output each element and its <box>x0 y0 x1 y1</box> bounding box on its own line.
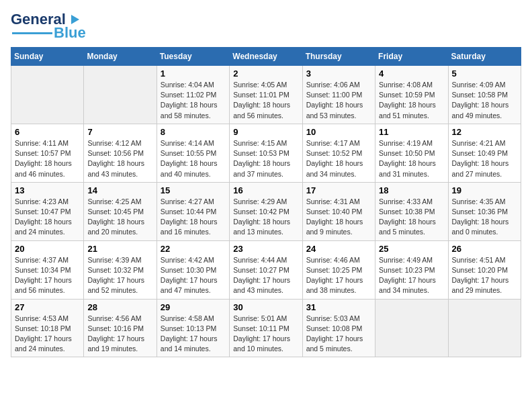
calendar-cell: 6Sunrise: 4:11 AM Sunset: 10:57 PM Dayli… <box>11 124 84 182</box>
calendar-cell: 1Sunrise: 4:04 AM Sunset: 11:02 PM Dayli… <box>157 66 229 124</box>
calendar-cell: 10Sunrise: 4:17 AM Sunset: 10:52 PM Dayl… <box>302 124 375 182</box>
day-number: 4 <box>379 68 444 79</box>
page-header: General Blue <box>11 11 521 42</box>
calendar-cell: 13Sunrise: 4:23 AM Sunset: 10:47 PM Dayl… <box>11 182 84 240</box>
day-info: Sunrise: 4:44 AM Sunset: 10:27 PM Daylig… <box>233 255 298 296</box>
calendar-cell <box>84 66 157 124</box>
day-number: 8 <box>161 127 226 137</box>
day-info: Sunrise: 4:06 AM Sunset: 11:00 PM Daylig… <box>306 80 371 121</box>
day-info: Sunrise: 4:27 AM Sunset: 10:44 PM Daylig… <box>161 197 226 238</box>
calendar-cell: 17Sunrise: 4:31 AM Sunset: 10:40 PM Dayl… <box>302 182 375 240</box>
day-info: Sunrise: 4:56 AM Sunset: 10:16 PM Daylig… <box>87 314 152 355</box>
day-number: 24 <box>306 244 371 254</box>
day-info: Sunrise: 4:15 AM Sunset: 10:53 PM Daylig… <box>233 138 298 179</box>
day-number: 11 <box>379 127 444 137</box>
calendar-cell: 30Sunrise: 5:01 AM Sunset: 10:11 PM Dayl… <box>230 299 302 357</box>
day-info: Sunrise: 4:14 AM Sunset: 10:55 PM Daylig… <box>161 138 226 179</box>
day-info: Sunrise: 4:42 AM Sunset: 10:30 PM Daylig… <box>161 255 226 296</box>
calendar-cell: 5Sunrise: 4:09 AM Sunset: 10:58 PM Dayli… <box>448 66 521 124</box>
calendar-cell: 8Sunrise: 4:14 AM Sunset: 10:55 PM Dayli… <box>157 124 229 182</box>
logo-blue: Blue <box>54 24 86 42</box>
day-number: 19 <box>452 185 517 195</box>
day-info: Sunrise: 4:46 AM Sunset: 10:25 PM Daylig… <box>306 255 371 296</box>
day-number: 22 <box>161 244 226 254</box>
calendar-cell: 12Sunrise: 4:21 AM Sunset: 10:49 PM Dayl… <box>448 124 521 182</box>
calendar-cell <box>375 299 448 357</box>
day-info: Sunrise: 5:03 AM Sunset: 10:08 PM Daylig… <box>306 314 371 355</box>
calendar-cell: 26Sunrise: 4:51 AM Sunset: 10:20 PM Dayl… <box>448 240 521 299</box>
day-info: Sunrise: 4:21 AM Sunset: 10:49 PM Daylig… <box>452 138 517 179</box>
weekday-header: Tuesday <box>157 48 229 66</box>
day-info: Sunrise: 4:25 AM Sunset: 10:45 PM Daylig… <box>87 197 152 238</box>
day-number: 6 <box>15 127 80 137</box>
day-info: Sunrise: 4:39 AM Sunset: 10:32 PM Daylig… <box>87 255 152 296</box>
calendar-cell: 15Sunrise: 4:27 AM Sunset: 10:44 PM Dayl… <box>157 182 229 240</box>
day-number: 28 <box>87 302 152 312</box>
day-info: Sunrise: 4:33 AM Sunset: 10:38 PM Daylig… <box>379 197 444 238</box>
calendar-table: SundayMondayTuesdayWednesdayThursdayFrid… <box>11 47 521 357</box>
weekday-header: Sunday <box>11 48 84 66</box>
calendar-cell: 23Sunrise: 4:44 AM Sunset: 10:27 PM Dayl… <box>230 240 302 299</box>
day-info: Sunrise: 4:12 AM Sunset: 10:56 PM Daylig… <box>87 138 152 179</box>
logo: General Blue <box>11 11 86 42</box>
calendar-cell: 27Sunrise: 4:53 AM Sunset: 10:18 PM Dayl… <box>11 299 84 357</box>
day-number: 12 <box>452 127 517 137</box>
weekday-header: Wednesday <box>230 48 302 66</box>
day-number: 9 <box>233 127 298 137</box>
weekday-header: Monday <box>84 48 157 66</box>
day-number: 21 <box>87 244 152 254</box>
day-info: Sunrise: 4:49 AM Sunset: 10:23 PM Daylig… <box>379 255 444 296</box>
day-info: Sunrise: 4:29 AM Sunset: 10:42 PM Daylig… <box>233 197 298 238</box>
calendar-cell: 3Sunrise: 4:06 AM Sunset: 11:00 PM Dayli… <box>302 66 375 124</box>
day-number: 15 <box>161 185 226 195</box>
calendar-cell: 31Sunrise: 5:03 AM Sunset: 10:08 PM Dayl… <box>302 299 375 357</box>
day-info: Sunrise: 4:05 AM Sunset: 11:01 PM Daylig… <box>233 80 298 121</box>
day-number: 5 <box>452 68 517 79</box>
calendar-cell: 25Sunrise: 4:49 AM Sunset: 10:23 PM Dayl… <box>375 240 448 299</box>
day-number: 16 <box>233 185 298 195</box>
day-info: Sunrise: 4:17 AM Sunset: 10:52 PM Daylig… <box>306 138 371 179</box>
day-number: 17 <box>306 185 371 195</box>
calendar-cell: 9Sunrise: 4:15 AM Sunset: 10:53 PM Dayli… <box>230 124 302 182</box>
day-info: Sunrise: 4:19 AM Sunset: 10:50 PM Daylig… <box>379 138 444 179</box>
day-number: 29 <box>161 302 226 312</box>
calendar-cell: 20Sunrise: 4:37 AM Sunset: 10:34 PM Dayl… <box>11 240 84 299</box>
day-info: Sunrise: 4:04 AM Sunset: 11:02 PM Daylig… <box>161 80 226 121</box>
day-info: Sunrise: 4:09 AM Sunset: 10:58 PM Daylig… <box>452 80 517 121</box>
day-info: Sunrise: 4:37 AM Sunset: 10:34 PM Daylig… <box>15 255 80 296</box>
day-info: Sunrise: 4:53 AM Sunset: 10:18 PM Daylig… <box>15 314 80 355</box>
calendar-cell: 16Sunrise: 4:29 AM Sunset: 10:42 PM Dayl… <box>230 182 302 240</box>
day-info: Sunrise: 4:51 AM Sunset: 10:20 PM Daylig… <box>452 255 517 296</box>
weekday-header: Friday <box>375 48 448 66</box>
day-info: Sunrise: 5:01 AM Sunset: 10:11 PM Daylig… <box>233 314 298 355</box>
day-number: 23 <box>233 244 298 254</box>
calendar-cell: 2Sunrise: 4:05 AM Sunset: 11:01 PM Dayli… <box>230 66 302 124</box>
day-info: Sunrise: 4:35 AM Sunset: 10:36 PM Daylig… <box>452 197 517 238</box>
weekday-header: Saturday <box>448 48 521 66</box>
calendar-cell: 11Sunrise: 4:19 AM Sunset: 10:50 PM Dayl… <box>375 124 448 182</box>
day-number: 31 <box>306 302 371 312</box>
svg-marker-0 <box>71 15 79 24</box>
day-info: Sunrise: 4:23 AM Sunset: 10:47 PM Daylig… <box>15 197 80 238</box>
day-number: 3 <box>306 68 371 79</box>
calendar-cell: 18Sunrise: 4:33 AM Sunset: 10:38 PM Dayl… <box>375 182 448 240</box>
calendar-cell: 28Sunrise: 4:56 AM Sunset: 10:16 PM Dayl… <box>84 299 157 357</box>
calendar-cell: 21Sunrise: 4:39 AM Sunset: 10:32 PM Dayl… <box>84 240 157 299</box>
day-number: 27 <box>15 302 80 312</box>
calendar-cell: 22Sunrise: 4:42 AM Sunset: 10:30 PM Dayl… <box>157 240 229 299</box>
day-number: 20 <box>15 244 80 254</box>
day-number: 10 <box>306 127 371 137</box>
day-number: 7 <box>87 127 152 137</box>
calendar-cell: 19Sunrise: 4:35 AM Sunset: 10:36 PM Dayl… <box>448 182 521 240</box>
calendar-cell: 24Sunrise: 4:46 AM Sunset: 10:25 PM Dayl… <box>302 240 375 299</box>
calendar-cell <box>448 299 521 357</box>
day-number: 14 <box>87 185 152 195</box>
day-info: Sunrise: 4:08 AM Sunset: 10:59 PM Daylig… <box>379 80 444 121</box>
calendar-cell: 14Sunrise: 4:25 AM Sunset: 10:45 PM Dayl… <box>84 182 157 240</box>
calendar-cell: 29Sunrise: 4:58 AM Sunset: 10:13 PM Dayl… <box>157 299 229 357</box>
day-info: Sunrise: 4:31 AM Sunset: 10:40 PM Daylig… <box>306 197 371 238</box>
day-info: Sunrise: 4:58 AM Sunset: 10:13 PM Daylig… <box>161 314 226 355</box>
day-number: 30 <box>233 302 298 312</box>
day-number: 18 <box>379 185 444 195</box>
day-info: Sunrise: 4:11 AM Sunset: 10:57 PM Daylig… <box>15 138 80 179</box>
